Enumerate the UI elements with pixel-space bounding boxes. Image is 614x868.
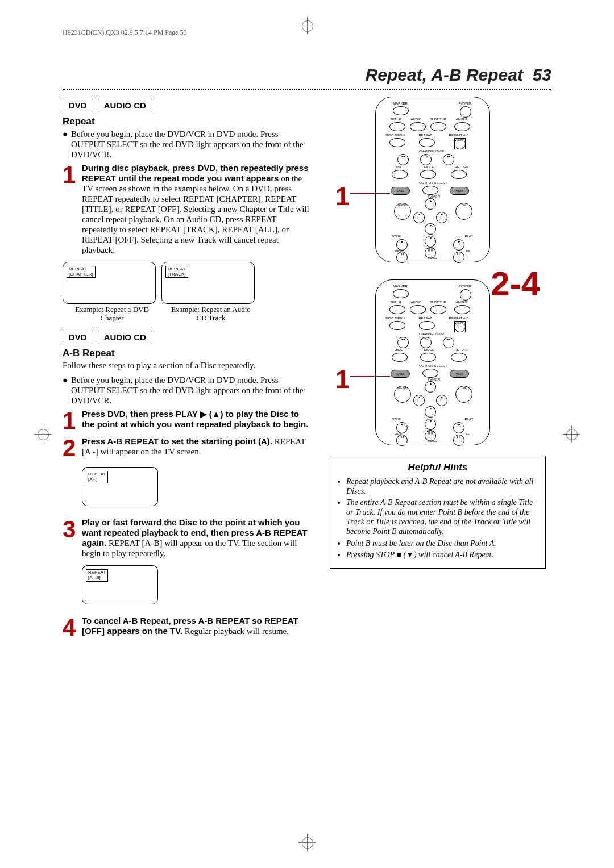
remote-button (392, 170, 408, 179)
remote-button (389, 321, 405, 330)
tv-caption-chapter: Example: Repeat a DVD Chapter (69, 305, 155, 323)
remote-button: MENU (394, 386, 411, 403)
remote-button: ▾ (425, 236, 436, 247)
remote-button: ▸ (436, 395, 447, 406)
ab-step-4-num: 4 (63, 616, 82, 640)
ab-step-3-num: 3 (63, 518, 82, 558)
remote-button: ▶ (453, 422, 464, 433)
remote-button (460, 289, 471, 301)
remote-button: A-B (454, 321, 466, 332)
remote-label: SUBTITLE (429, 118, 446, 122)
ab-step-2-num: 2 (63, 436, 82, 460)
remote-button: ▸▸ (453, 435, 464, 446)
remote-label: REPEAT A-B (446, 316, 471, 320)
tv-caption-track: Example: Repeat an Audio CD Track (168, 305, 254, 323)
remote-button (410, 122, 426, 131)
remote-button (392, 353, 408, 362)
remote-button: ▴ (425, 381, 436, 393)
tv-example-ab: REPEAT[A - B] (82, 565, 158, 604)
remote-label: DISC (392, 348, 405, 352)
ab-step-1: Press DVD, then press PLAY ▶ (▲) to play… (82, 409, 313, 433)
mode-dvd: DVD (63, 99, 93, 112)
remote-label: REPEAT A-B (446, 133, 471, 137)
remote-label: OUTPUT SELECT (413, 364, 453, 368)
mode-audiocd-2: AUDIO CD (98, 331, 152, 344)
remote-button (420, 170, 436, 179)
remote-button: VCR (450, 370, 469, 378)
mode-audiocd: AUDIO CD (98, 99, 152, 112)
remote-button (393, 289, 409, 298)
remote-button: ■ (396, 239, 408, 251)
remote-label: AUDIO (409, 118, 424, 122)
remote-button: ▾ (425, 419, 436, 430)
remote-label: ANGLE (454, 118, 469, 122)
hint-item: The entire A-B Repeat section must be wi… (346, 498, 538, 536)
divider (63, 87, 551, 90)
remote-button: ▴ (425, 198, 436, 210)
remote-button (451, 170, 467, 179)
remote-label: SETUP (388, 301, 403, 304)
remote-button: ◂ (413, 395, 425, 406)
remote-illustration-1: MARKERPOWERSETUPAUDIOSUBTITLEANGLEDISC M… (375, 97, 490, 262)
remote-button (422, 369, 438, 378)
remote-label: STOP (389, 418, 403, 422)
remote-button (419, 138, 435, 147)
remote-button: ▸▸ (443, 154, 454, 165)
remote-label: CHANNEL/SKIP (409, 149, 454, 153)
remote-label: DISC (392, 165, 405, 169)
remote-label: TV/VCR (422, 378, 445, 382)
remote-button: ◂◂ (396, 435, 408, 446)
remote-button: DVD (391, 370, 410, 378)
remote-button: ▸▸ (443, 337, 454, 348)
remote-button: ▾ (425, 406, 436, 418)
remote-button (419, 321, 435, 330)
step-number-1: 1 (63, 163, 82, 255)
remote-button: ■ (396, 422, 408, 433)
mode-dvd-2: DVD (63, 331, 93, 344)
remote-button: CH (420, 337, 432, 348)
remote-button (460, 106, 471, 118)
remote-button (393, 106, 409, 115)
hints-title: Helpful Hints (337, 462, 538, 473)
remote-label: RETURN (453, 165, 470, 169)
remote-button (410, 305, 426, 314)
ab-line1: Follow these steps to play a section of … (63, 360, 313, 370)
remote-button: DVD (391, 187, 410, 195)
remote-label: MARKER (392, 285, 409, 289)
remote-label: DISC MENU (385, 316, 405, 320)
remote-label: POWER (457, 102, 474, 106)
remote-button: ▶ (453, 239, 464, 251)
remote-label: SUBTITLE (429, 301, 446, 304)
remote-button: OK (455, 203, 472, 220)
remote-button: ◂ (413, 212, 425, 223)
ab-step-4: To cancel A-B Repeat, press A-B REPEAT s… (82, 616, 313, 640)
hint-item: Repeat playback and A-B Repeat are not a… (346, 477, 538, 496)
remote-label: ANGLE (454, 301, 469, 304)
repeat-heading: Repeat (63, 116, 313, 127)
ab-line2: ●Before you begin, place the DVD/VCR in … (63, 375, 313, 406)
remote1-callout: 1 (335, 182, 349, 212)
remote-button (430, 305, 446, 314)
tv-example-chapter: REPEAT[CHAPTER] (63, 262, 156, 304)
hint-item: Point B must be later on the Disc than P… (346, 539, 538, 549)
remote2-callout-1: 1 (335, 365, 349, 395)
remote-label: PLAY (462, 235, 476, 239)
remote-label: FF (462, 432, 474, 436)
remote-illustration-2: MARKERPOWERSETUPAUDIOSUBTITLEANGLEDISC M… (375, 279, 490, 445)
remote-button: MENU (394, 203, 411, 220)
remote-label: RETURN (453, 348, 470, 352)
helpful-hints: Helpful Hints Repeat playback and A-B Re… (330, 456, 546, 569)
page-title: Repeat, A-B Repeat 53 (63, 65, 551, 85)
remote-label: MARKER (392, 102, 409, 106)
remote-button: OK (455, 386, 472, 403)
ab-heading: A-B Repeat (63, 348, 313, 359)
remote-button (454, 305, 470, 314)
remote-button: CH (420, 154, 432, 165)
remote-label: DISC MENU (385, 133, 405, 137)
hint-item: Pressing STOP ■ (▼) will cancel A-B Repe… (346, 550, 538, 560)
repeat-intro: ●Before you begin, place the DVD/VCR in … (63, 129, 313, 160)
remote-label: MODE (422, 165, 436, 169)
tv-example-a: REPEAT[A - ] (82, 467, 158, 506)
remote-label: AUDIO (409, 301, 424, 304)
remote-label: POWER (457, 285, 474, 289)
